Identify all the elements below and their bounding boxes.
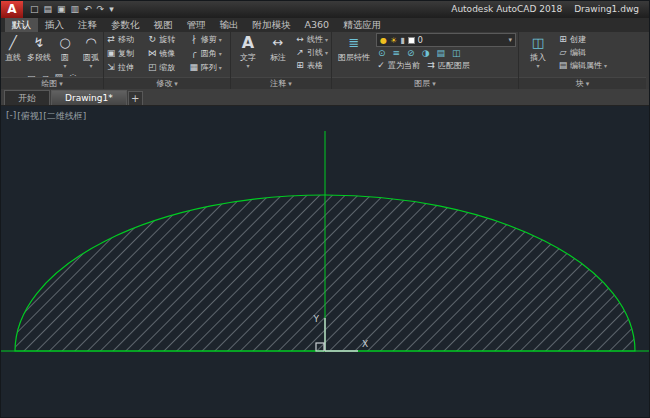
plot-icon[interactable]: ▥ — [71, 1, 80, 18]
chevron-down-icon: ▾ — [246, 63, 249, 69]
text-icon: A — [242, 33, 254, 53]
tool-layer-properties[interactable]: ≣ 图层特性 — [336, 33, 372, 76]
chevron-down-icon: ▾ — [586, 80, 590, 88]
tool-edit-block[interactable]: ▱编辑 — [558, 46, 607, 59]
polyline-icon: ↯ — [34, 33, 45, 53]
file-tab-drawing1[interactable]: Drawing1* — [51, 90, 127, 105]
insert-block-icon: ◫ — [532, 33, 544, 53]
chevron-down-icon: ▾ — [536, 63, 539, 69]
drawing-canvas[interactable]: [-] [俯视] [二维线框] Y X — [1, 106, 649, 417]
titlebar: A □ ▤ ▣ ▥ ↶ ↷ ▾ Autodesk AutoCAD 2018 Dr… — [1, 1, 649, 18]
match-layer-button[interactable]: ⇉匹配图层 — [426, 59, 470, 72]
save-icon[interactable]: ▣ — [57, 1, 66, 18]
tool-copy[interactable]: ▣复制 — [106, 47, 145, 60]
tool-rotate[interactable]: ↻旋转 — [147, 33, 186, 46]
chevron-down-icon: ▾ — [219, 47, 222, 60]
ribbon-tab-manage[interactable]: 管理 — [180, 18, 213, 32]
tool-insert-block[interactable]: ◫ 插入 ▾ — [524, 33, 552, 76]
view-control[interactable]: [俯视] — [17, 110, 42, 123]
tool-line[interactable]: ╱ 直线 — [2, 33, 25, 69]
visual-style-control[interactable]: [二维线框] — [43, 110, 86, 123]
tool-text[interactable]: A 文字 ▾ — [235, 33, 261, 76]
array-icon: ▦ — [189, 61, 199, 74]
autocad-logo: A — [7, 2, 16, 16]
line-icon: ╱ — [9, 33, 17, 53]
create-block-icon: ⊞ — [558, 33, 568, 46]
tool-circle[interactable]: ○ 圆 ▾ — [54, 33, 77, 69]
redo-icon[interactable]: ↷ — [97, 1, 105, 18]
ribbon-tab-view[interactable]: 视图 — [147, 18, 180, 32]
ribbon-tab-insert[interactable]: 插入 — [38, 18, 71, 32]
tool-polyline[interactable]: ↯ 多段线 — [28, 33, 51, 69]
edit-block-icon: ▱ — [558, 46, 568, 59]
tool-edit-attributes[interactable]: ▤编辑属性▾ — [558, 59, 607, 72]
match-layer-icon: ⇉ — [426, 59, 436, 72]
chevron-down-icon: ▾ — [432, 80, 436, 88]
panel-footer-layers[interactable]: 图层▾ — [332, 77, 518, 89]
layer-off-icon[interactable]: ⊙ — [378, 48, 386, 58]
ribbon-tab-parametric[interactable]: 参数化 — [104, 18, 147, 32]
new-icon[interactable]: □ — [30, 1, 39, 18]
qat-more-chevron-down-icon[interactable]: ▾ — [109, 1, 114, 18]
chevron-down-icon: ▾ — [325, 46, 328, 59]
application-menu-button[interactable]: A — [1, 1, 23, 18]
tool-linear-dimension[interactable]: ↔线性▾ — [295, 33, 328, 46]
tool-scale[interactable]: ◰缩放 — [147, 61, 186, 74]
check-icon: ✓ — [376, 59, 386, 72]
chevron-down-icon: ▾ — [59, 80, 63, 88]
viewport-menu-control[interactable]: [-] — [6, 110, 16, 123]
layer-color-swatch — [408, 37, 415, 44]
tool-move[interactable]: ⇄移动 — [106, 33, 145, 46]
layer-tools-row: ⊙ ≡ ⊘ ◑ ▤ ◫ — [376, 48, 516, 58]
tool-mirror[interactable]: ⋈镜像 — [147, 47, 186, 60]
new-drawing-tab-button[interactable]: + — [128, 91, 143, 105]
tool-leader[interactable]: ↗引线▾ — [295, 46, 328, 59]
ucs-y-label: Y — [313, 314, 320, 324]
undo-icon[interactable]: ↶ — [84, 1, 92, 18]
ribbon-tab-output[interactable]: 输出 — [213, 18, 246, 32]
ucs-x-label: X — [362, 339, 368, 349]
panel-layers: ≣ 图层特性 ● ☀ ▮ 0 ▾ ⊙ ≡ ⊘ — [332, 32, 519, 89]
chevron-down-icon: ▾ — [174, 80, 178, 88]
layer-lock-icon[interactable]: ▤ — [437, 48, 446, 58]
open-icon[interactable]: ▤ — [44, 1, 53, 18]
ribbon-tab-featured-apps[interactable]: 精选应用 — [336, 18, 388, 32]
ribbon-tab-annotate[interactable]: 注释 — [71, 18, 104, 32]
ribbon-tab-addins[interactable]: 附加模块 — [246, 18, 298, 32]
tool-array[interactable]: ▦阵列▾ — [189, 61, 228, 74]
trim-icon: ∤ — [189, 33, 199, 46]
leader-icon: ↗ — [295, 46, 305, 59]
tool-arc[interactable]: ◠ 圆弧 ▾ — [80, 33, 103, 69]
panel-block: ◫ 插入 ▾ ⊞创建 ▱编辑 ▤编辑属性▾ 块▾ — [519, 32, 646, 89]
move-icon: ⇄ — [106, 33, 116, 46]
panel-annotation: A 文字 ▾ ↔ 标注 ↔线性▾ ↗引线▾ ⊞表格 注释▾ — [231, 32, 332, 89]
table-icon: ⊞ — [295, 59, 305, 72]
tool-stretch[interactable]: ⇲拉伸 — [106, 61, 145, 74]
layer-dropdown[interactable]: ● ☀ ▮ 0 ▾ — [376, 33, 516, 47]
panel-footer-modify[interactable]: 修改▾ — [104, 77, 230, 89]
panel-footer-draw[interactable]: 绘图▾ — [1, 77, 103, 89]
layer-freeze-icon[interactable]: ◑ — [422, 48, 430, 58]
tool-table[interactable]: ⊞表格 — [295, 59, 328, 72]
layer-walk-icon[interactable]: ◫ — [452, 48, 461, 58]
panel-footer-annotation[interactable]: 注释▾ — [231, 77, 331, 89]
tool-dimension[interactable]: ↔ 标注 — [265, 33, 291, 76]
file-tab-start[interactable]: 开始 — [4, 90, 50, 105]
model-space[interactable]: Y X — [1, 106, 649, 417]
tool-trim[interactable]: ∤修剪▾ — [189, 33, 228, 46]
set-current-layer-button[interactable]: ✓置为当前 — [376, 59, 420, 72]
tool-fillet[interactable]: ╭圆角▾ — [189, 47, 228, 60]
layer-isolate-icon[interactable]: ⊘ — [407, 48, 415, 58]
tool-create-block[interactable]: ⊞创建 — [558, 33, 607, 46]
layer-states-icon[interactable]: ≡ — [393, 48, 401, 58]
ribbon-tab-a360[interactable]: A360 — [298, 18, 337, 32]
copy-icon: ▣ — [106, 47, 116, 60]
chevron-down-icon: ▾ — [325, 33, 328, 46]
ribbon-tab-home[interactable]: 默认 — [5, 18, 38, 32]
chevron-down-icon: ▾ — [89, 63, 92, 69]
autocad-window: A □ ▤ ▣ ▥ ↶ ↷ ▾ Autodesk AutoCAD 2018 Dr… — [0, 0, 650, 418]
fillet-icon: ╭ — [189, 47, 199, 60]
panel-footer-block[interactable]: 块▾ — [519, 77, 646, 89]
mirror-icon: ⋈ — [147, 47, 157, 60]
rotate-icon: ↻ — [147, 33, 157, 46]
